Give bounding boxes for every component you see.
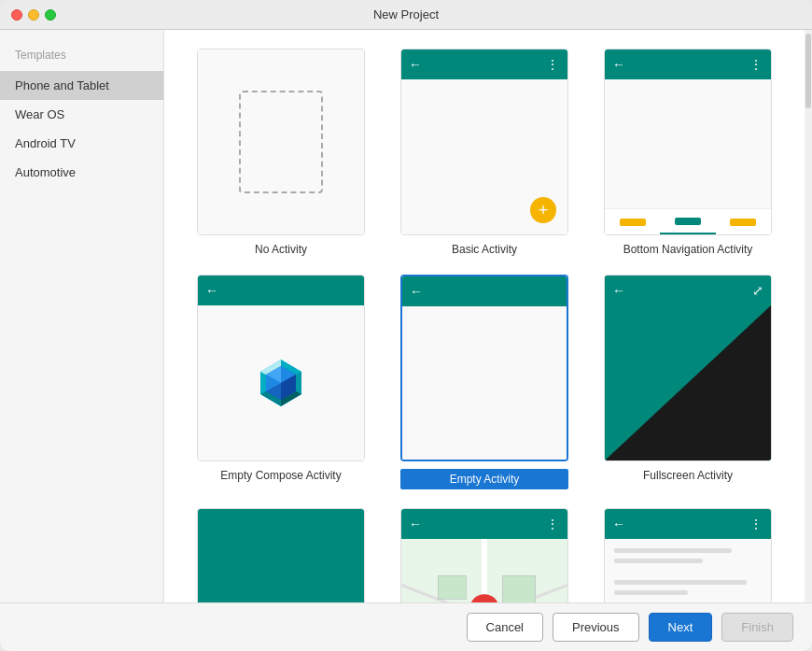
overflow-menu-icon: ⋮ [749,57,763,72]
sidebar-section-label: Templates [0,49,163,71]
content-area: No Activity ← ⋮ + Basic Activity [164,30,805,602]
compose-logo-icon [253,355,309,411]
template-empty-compose[interactable]: ← [187,275,375,489]
back-arrow-icon: ← [410,284,423,299]
template-bottom-nav-activity[interactable]: ← ⋮ [594,49,782,256]
template-preview-empty-activity: ← [400,275,568,461]
settings-line-2 [614,559,703,563]
template-preview-settings: ← ⋮ [604,508,772,602]
template-settings-activity[interactable]: ← ⋮ Settings Activity [594,508,782,602]
template-label-empty-activity: Empty Activity [400,469,568,489]
sidebar: Templates Phone and Tablet Wear OS Andro… [0,30,164,602]
bnav-item-2 [660,209,715,234]
template-maps-activity[interactable]: ← ⋮ [390,508,579,602]
svg-rect-20 [503,576,536,602]
maps-toolbar: ← ⋮ [401,509,567,539]
back-arrow-icon: ← [205,283,218,298]
fullscreen-toolbar: ← ⤢ [605,276,771,305]
template-preview-fullscreen: ← ⤢ [604,275,772,461]
back-arrow-icon: ← [409,517,422,531]
fab-button: + [530,197,556,223]
overflow-menu-icon: ⋮ [546,57,560,72]
template-interstitial-ad[interactable]: Interstitial Ad Interstitial Ad Activity [187,508,375,602]
footer: Cancel Previous Next Finish [0,602,812,651]
compose-body [198,305,364,460]
compose-toolbar: ← [198,276,364,305]
settings-line-1 [614,548,732,553]
template-label-bottom-nav: Bottom Navigation Activity [623,243,753,256]
overflow-menu-icon: ⋮ [749,517,763,531]
minimize-button[interactable] [28,9,39,21]
sidebar-item-wear-os[interactable]: Wear OS [0,100,163,129]
title-bar: New Project [0,0,812,30]
template-label-no-activity: No Activity [255,243,307,256]
settings-spacer [614,569,762,574]
maximize-button[interactable] [45,9,56,21]
window-title: New Project [373,7,439,21]
empty-activity-toolbar: ← [402,276,567,306]
basic-activity-toolbar: ← ⋮ [401,50,567,79]
template-label-empty-compose: Empty Compose Activity [220,469,341,482]
template-preview-no-activity [197,49,365,235]
sidebar-item-android-tv[interactable]: Android TV [0,129,163,158]
bottom-nav-bar [605,208,771,234]
basic-activity-body: + [401,79,567,234]
scrollbar-thumb[interactable] [805,34,811,108]
template-no-activity[interactable]: No Activity [187,49,375,256]
bnav-item-1 [605,209,660,234]
previous-button[interactable]: Previous [553,613,639,642]
bnav-item-3 [716,209,771,234]
template-preview-interstitial: Interstitial Ad [197,508,365,602]
bottom-nav-body [605,79,771,208]
back-arrow-icon: ← [612,57,625,72]
expand-icon: ⤢ [752,283,763,298]
svg-marker-14 [605,305,771,460]
back-arrow-icon: ← [612,283,625,298]
empty-activity-body [402,306,567,460]
template-preview-basic-activity: ← ⋮ + [400,49,568,235]
back-arrow-icon: ← [612,517,625,531]
close-button[interactable] [11,9,22,21]
settings-line-4 [614,590,688,595]
template-basic-activity[interactable]: ← ⋮ + Basic Activity [390,49,579,256]
template-preview-empty-compose: ← [197,275,365,461]
settings-body [605,539,771,602]
main-container: Templates Phone and Tablet Wear OS Andro… [0,30,812,602]
traffic-lights [11,9,56,21]
template-label-fullscreen: Fullscreen Activity [643,469,733,482]
templates-grid: No Activity ← ⋮ + Basic Activity [164,30,805,602]
next-button[interactable]: Next [649,613,713,642]
bnav-teal-icon [675,218,701,225]
template-fullscreen-activity[interactable]: ← ⤢ Fullscreen Activity [594,275,782,489]
no-activity-dashed-rect [239,91,323,193]
template-preview-maps: ← ⋮ [400,508,568,602]
template-empty-activity[interactable]: ← Empty Activity [390,275,579,489]
maps-body [401,539,567,602]
scrollbar-track[interactable] [805,30,812,602]
bnav-gold-icon-2 [730,219,756,226]
back-arrow-icon: ← [409,57,422,72]
bnav-gold-icon [620,219,646,226]
settings-line-3 [614,580,747,585]
cancel-button[interactable]: Cancel [467,613,543,642]
template-label-basic-activity: Basic Activity [452,243,517,256]
bottom-nav-toolbar: ← ⋮ [605,50,771,79]
svg-rect-19 [439,576,467,600]
finish-button: Finish [721,613,793,642]
sidebar-item-phone-tablet[interactable]: Phone and Tablet [0,71,163,100]
template-preview-bottom-nav: ← ⋮ [604,49,772,235]
overflow-menu-icon: ⋮ [546,517,560,531]
sidebar-item-automotive[interactable]: Automotive [0,158,163,187]
settings-toolbar: ← ⋮ [605,509,771,539]
